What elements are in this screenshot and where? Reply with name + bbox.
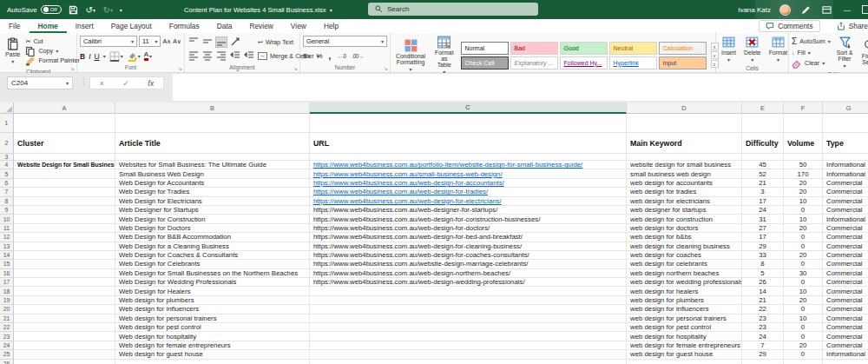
- tab-page-layout[interactable]: Page Layout: [102, 19, 161, 33]
- cell-F10[interactable]: 10: [784, 215, 823, 223]
- column-header-F[interactable]: F: [784, 103, 823, 114]
- shrink-font-button[interactable]: A∨: [173, 38, 181, 45]
- cell-A5[interactable]: [14, 169, 115, 178]
- cell-C21[interactable]: [310, 314, 627, 323]
- cell-style-check[interactable]: Check Cell: [461, 56, 509, 69]
- cell-C26[interactable]: [310, 360, 627, 364]
- name-box[interactable]: C204 ▾: [7, 76, 73, 89]
- tab-review[interactable]: Review: [240, 19, 281, 33]
- row-header-26[interactable]: 26: [0, 360, 14, 364]
- cell-D10[interactable]: web design for construction: [627, 215, 742, 223]
- cell-A13[interactable]: [14, 242, 115, 251]
- cell-G19[interactable]: Commercial: [823, 296, 868, 305]
- column-header-B[interactable]: B: [115, 103, 310, 114]
- cell-A25[interactable]: [14, 350, 115, 359]
- cell-D20[interactable]: web design for influencers: [627, 305, 742, 314]
- cell-style-calculation[interactable]: Calculation: [659, 42, 707, 55]
- cell-A12[interactable]: [14, 233, 115, 242]
- row-header-19[interactable]: 19: [0, 296, 14, 305]
- row-header-25[interactable]: 25: [0, 350, 14, 359]
- cell-D8[interactable]: web design for electricians: [627, 197, 742, 206]
- orientation-button[interactable]: [229, 36, 241, 48]
- cell-E8[interactable]: 17: [742, 197, 784, 206]
- cell-D7[interactable]: web design for tradies: [627, 188, 742, 196]
- font-name-select[interactable]: Calibri▾: [80, 36, 137, 47]
- row-header-21[interactable]: 21: [0, 314, 14, 323]
- cell-E3[interactable]: [742, 154, 784, 161]
- underline-chevron-icon[interactable]: ▾: [103, 53, 106, 59]
- comma-style-button[interactable]: ,: [329, 51, 332, 61]
- cell-B16[interactable]: Web Design for Small Businesses on the N…: [115, 269, 310, 278]
- row-header-5[interactable]: 5: [0, 169, 14, 178]
- cell-G4[interactable]: Informational: [823, 161, 868, 169]
- workbook-title[interactable]: Content Plan for Websites 4 Small Busine…: [184, 6, 332, 14]
- center-button[interactable]: [201, 50, 214, 62]
- cell-E12[interactable]: 17: [742, 233, 784, 242]
- cell-E19[interactable]: 21: [742, 296, 784, 305]
- cell-C9[interactable]: https://www.web4business.com.au/web-desi…: [310, 206, 627, 215]
- cell-G15[interactable]: Commercial: [823, 260, 868, 268]
- increase-indent-button[interactable]: [243, 50, 255, 62]
- cell-F20[interactable]: 0: [784, 305, 823, 314]
- cell-E15[interactable]: 8: [742, 260, 784, 268]
- cell-F2[interactable]: Volume: [784, 133, 823, 154]
- italic-button[interactable]: I: [89, 52, 90, 61]
- number-format-select[interactable]: General▾: [303, 36, 387, 47]
- cell-F25[interactable]: 0: [784, 350, 823, 359]
- cell-A21[interactable]: [14, 314, 115, 323]
- cell-A16[interactable]: [14, 269, 115, 278]
- cell-F23[interactable]: 0: [784, 332, 823, 341]
- row-header-9[interactable]: 9: [0, 206, 14, 215]
- bold-button[interactable]: B: [80, 52, 85, 61]
- cell-C8[interactable]: https://www.web4business.com.au/web-desi…: [310, 197, 627, 206]
- cell-B19[interactable]: Web design for plumbers: [115, 296, 310, 305]
- formula-input[interactable]: [173, 74, 868, 101]
- avatar[interactable]: [779, 4, 791, 16]
- cell-D4[interactable]: website design for small business: [627, 161, 742, 169]
- cell-C13[interactable]: https://www.web4business.com.au/web-desi…: [310, 242, 627, 251]
- cell-G11[interactable]: Commercial: [823, 224, 868, 233]
- row-header-6[interactable]: 6: [0, 179, 14, 188]
- cell-B23[interactable]: Web design for hospitality: [115, 332, 310, 341]
- customize-qat-icon[interactable]: ▾: [120, 7, 122, 13]
- cell-A22[interactable]: [14, 323, 115, 332]
- row-header-8[interactable]: 8: [0, 197, 14, 206]
- tab-insert[interactable]: Insert: [67, 19, 102, 33]
- cell-C10[interactable]: https://www.web4business.com.au/web-desi…: [310, 215, 627, 223]
- cell-G25[interactable]: Informational: [823, 350, 868, 359]
- save-button[interactable]: [68, 4, 79, 16]
- cell-B6[interactable]: Web Design for Accountants: [115, 179, 310, 188]
- cell-C23[interactable]: [310, 332, 627, 341]
- cell-G10[interactable]: Informational: [823, 215, 868, 223]
- cell-A4[interactable]: Website Design for Small Business: [14, 161, 115, 169]
- row-header-22[interactable]: 22: [0, 323, 14, 332]
- insert-cells-button[interactable]: Insert ▾: [719, 35, 739, 63]
- cell-D23[interactable]: web design for hospitality: [627, 332, 742, 341]
- cell-B26[interactable]: [115, 360, 310, 364]
- comments-button[interactable]: Comments: [759, 20, 820, 32]
- cell-D15[interactable]: web design for celebrants: [627, 260, 742, 268]
- fill-color-button[interactable]: ▾: [127, 51, 141, 62]
- cell-C2[interactable]: URL: [310, 133, 627, 154]
- cell-E4[interactable]: 45: [742, 161, 784, 169]
- align-left-button[interactable]: [187, 50, 200, 62]
- cell-G26[interactable]: [823, 360, 868, 364]
- ribbon-display-options-button[interactable]: [820, 3, 832, 16]
- cell-F22[interactable]: 0: [784, 323, 823, 332]
- cell-D2[interactable]: Main Keyword: [627, 133, 742, 154]
- cell-B1[interactable]: [115, 114, 310, 133]
- row-header-15[interactable]: 15: [0, 260, 14, 268]
- middle-align-button[interactable]: [201, 36, 214, 48]
- cell-G20[interactable]: Commercial: [823, 305, 868, 314]
- cell-E16[interactable]: 5: [742, 269, 784, 278]
- row-header-2[interactable]: 2: [0, 133, 14, 154]
- row-header-16[interactable]: 16: [0, 269, 14, 278]
- cell-G13[interactable]: Commercial: [823, 242, 868, 251]
- cell-D17[interactable]: web design for wedding professionals: [627, 278, 742, 287]
- cell-C18[interactable]: [310, 287, 627, 295]
- cell-F3[interactable]: [784, 154, 823, 161]
- format-cells-button[interactable]: Format ▾: [766, 35, 791, 63]
- cell-G3[interactable]: [823, 154, 868, 161]
- cell-C16[interactable]: https://www.web4business.com.au/web-desi…: [310, 269, 627, 278]
- conditional-formatting-button[interactable]: Conditional Formatting ▾: [393, 35, 428, 76]
